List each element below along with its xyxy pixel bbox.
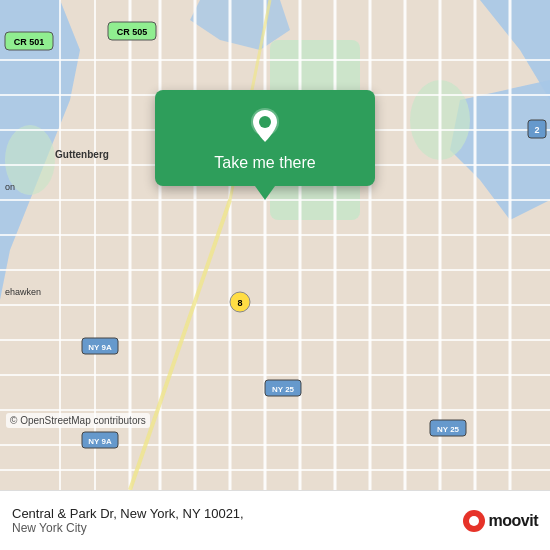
moovit-text: moovit <box>489 512 538 530</box>
take-me-there-button[interactable]: Take me there <box>155 90 375 186</box>
svg-text:CR 505: CR 505 <box>117 27 148 37</box>
svg-text:2: 2 <box>534 125 539 135</box>
svg-text:ehawken: ehawken <box>5 287 41 297</box>
svg-text:CR 501: CR 501 <box>14 37 45 47</box>
bottom-bar: Central & Park Dr, New York, NY 10021, N… <box>0 490 550 550</box>
svg-text:NY 25: NY 25 <box>437 425 460 434</box>
svg-text:Guttenberg: Guttenberg <box>55 149 109 160</box>
map-container: CR 501 CR 505 8 NY 9A NY 9A NY 25 NY 25 … <box>0 0 550 490</box>
svg-text:NY 9A: NY 9A <box>88 437 112 446</box>
svg-text:NY 25: NY 25 <box>272 385 295 394</box>
svg-point-53 <box>259 116 271 128</box>
address-section: Central & Park Dr, New York, NY 10021, N… <box>12 506 453 535</box>
moovit-logo: moovit <box>463 510 538 532</box>
location-pin-icon <box>245 106 285 146</box>
address-line2: New York City <box>12 521 453 535</box>
svg-text:NY 9A: NY 9A <box>88 343 112 352</box>
address-line1: Central & Park Dr, New York, NY 10021, <box>12 506 453 521</box>
svg-text:8: 8 <box>237 298 242 308</box>
copyright-text: © OpenStreetMap contributors <box>6 413 150 428</box>
moovit-dot-icon <box>463 510 485 532</box>
svg-text:on: on <box>5 182 15 192</box>
take-me-there-label: Take me there <box>214 154 315 172</box>
moovit-dot-inner <box>469 516 479 526</box>
